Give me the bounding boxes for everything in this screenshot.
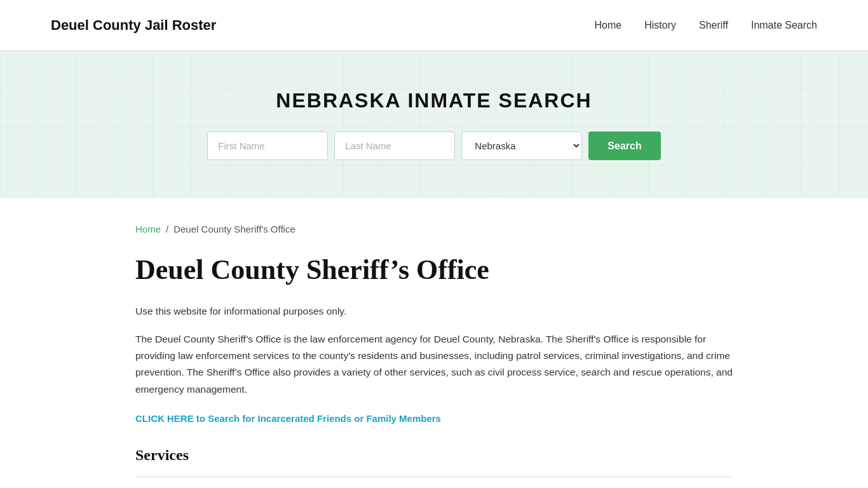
- nav-link-history[interactable]: History: [644, 20, 676, 30]
- incarcerated-search-link[interactable]: CLICK HERE to Search for Incarcerated Fr…: [135, 413, 441, 424]
- services-heading: Services: [135, 447, 733, 464]
- nav-item-history[interactable]: History: [644, 20, 676, 31]
- nav-item-sheriff[interactable]: Sheriff: [699, 20, 728, 31]
- state-select[interactable]: Nebraska Alabama Alaska Arizona Arkansas…: [461, 132, 582, 160]
- nav-link-home[interactable]: Home: [595, 20, 622, 30]
- nav-item-inmate-search[interactable]: Inmate Search: [751, 20, 817, 31]
- breadcrumb-separator: /: [166, 224, 168, 234]
- intro-text: Use this website for informational purpo…: [135, 304, 733, 320]
- nav-list: Home History Sheriff Inmate Search: [595, 20, 817, 31]
- nav-link-sheriff[interactable]: Sheriff: [699, 20, 728, 30]
- page-title: Deuel County Sheriff’s Office: [135, 254, 733, 286]
- breadcrumb-home-link[interactable]: Home: [135, 224, 161, 234]
- site-logo[interactable]: Deuel County Jail Roster: [51, 17, 216, 34]
- breadcrumb-current: Deuel County Sheriff's Office: [173, 224, 295, 234]
- inmate-search-form: Nebraska Alabama Alaska Arizona Arkansas…: [13, 132, 855, 160]
- last-name-input[interactable]: [334, 132, 455, 160]
- services-divider: [135, 477, 733, 477]
- main-content: Home / Deuel County Sheriff's Office Deu…: [85, 198, 783, 488]
- search-banner: NEBRASKA INMATE SEARCH Nebraska Alabama …: [0, 51, 868, 198]
- banner-heading: NEBRASKA INMATE SEARCH: [13, 89, 855, 112]
- breadcrumb: Home / Deuel County Sheriff's Office: [135, 224, 733, 234]
- nav-item-home[interactable]: Home: [595, 20, 622, 31]
- nav-link-inmate-search[interactable]: Inmate Search: [751, 20, 817, 30]
- search-button[interactable]: Search: [588, 132, 660, 160]
- site-header: Deuel County Jail Roster Home History Sh…: [0, 0, 868, 51]
- main-nav: Home History Sheriff Inmate Search: [595, 20, 817, 31]
- first-name-input[interactable]: [207, 132, 328, 160]
- description-text: The Deuel County Sheriff’s Office is the…: [135, 331, 733, 398]
